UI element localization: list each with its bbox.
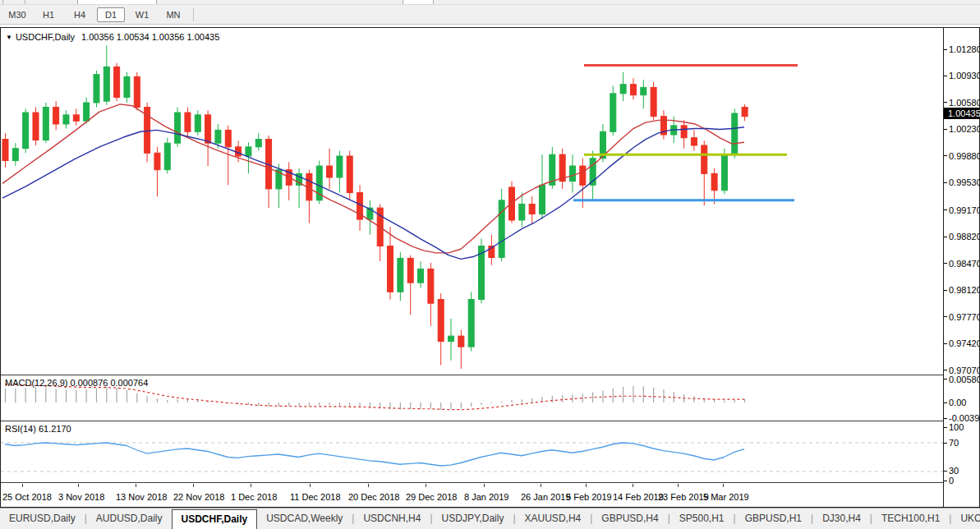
candle-down — [134, 76, 140, 107]
symbol-label: USDCHF,Daily — [16, 32, 75, 42]
chart-tab-gbpusd-h4[interactable]: GBPUSD,H4 — [592, 508, 667, 529]
candle-up — [499, 200, 504, 258]
candle-down — [742, 108, 748, 117]
macd-label: MACD(12,26,9) 0.000876 0.000764 — [5, 378, 148, 388]
moving-average-slow — [2, 127, 744, 260]
macd-axis-label: 0.00 — [949, 398, 966, 407]
toolbar-separator — [2, 0, 3, 4]
price-axis-label: 0.98470 — [949, 259, 980, 269]
price-tick — [944, 290, 947, 291]
toolbar-separator — [25, 0, 25, 4]
timeframe-button-w1[interactable]: W1 — [128, 7, 156, 22]
price-axis-label: 1.00230 — [949, 124, 980, 134]
candle-down — [691, 138, 697, 145]
chart-tab-usdcnh-h4[interactable]: USDCNH,H4 — [354, 508, 430, 529]
price-axis-label: 0.98120 — [949, 285, 980, 295]
price-tick — [944, 343, 947, 344]
date-label: 26 Jan 2019 — [521, 492, 571, 502]
rsi-chart[interactable] — [1, 422, 943, 483]
candle-down — [651, 87, 656, 116]
macd-pane[interactable]: MACD(12,26,9) 0.000876 0.000764 — [1, 376, 943, 421]
candle-down — [681, 126, 687, 138]
price-axis-label: 1.00580 — [949, 98, 980, 108]
collapse-triangle-icon[interactable]: ▼ — [6, 34, 12, 41]
chart-tab-sp500-h1[interactable]: SP500,H1 — [670, 508, 734, 529]
date-tick — [426, 484, 426, 487]
rsi-axis-label: 100 — [949, 422, 964, 432]
price-tick — [944, 209, 947, 210]
date-tick — [22, 484, 23, 487]
candle-up — [610, 94, 616, 131]
date-label: 14 Feb 2019 — [613, 492, 664, 502]
candle-up — [641, 87, 646, 94]
candle-up — [519, 204, 525, 219]
timeframe-button-h1[interactable]: H1 — [35, 7, 62, 22]
chart-tab-ukc[interactable]: UKC — [951, 508, 980, 529]
candle-up — [104, 67, 109, 101]
candlestick-chart[interactable] — [1, 28, 943, 375]
candle-down — [702, 145, 707, 173]
mt4-window: M30H1H4D1W1MN ▼USDCHF,Daily1.00356 1.005… — [0, 0, 980, 529]
rsi-name: RSI(14) — [5, 424, 36, 434]
date-tick — [541, 484, 541, 487]
candle-up — [94, 75, 99, 103]
timeframe-button-h4[interactable]: H4 — [66, 7, 94, 22]
candle-down — [438, 300, 444, 342]
price-tick — [944, 182, 947, 183]
price-axis-label: 0.98820 — [949, 232, 980, 242]
rsi-axis-tick — [944, 443, 947, 444]
candle-up — [732, 113, 738, 154]
candle-up — [175, 113, 181, 143]
timeframe-button-mn[interactable]: MN — [159, 7, 187, 22]
date-label: 29 Dec 2018 — [406, 492, 457, 502]
candle-up — [43, 108, 48, 140]
rsi-label: RSI(14) 61.2170 — [5, 424, 71, 434]
date-tick — [586, 484, 587, 487]
rsi-value: 61.2170 — [39, 424, 71, 434]
candle-down — [580, 166, 586, 185]
price-tick — [944, 263, 947, 264]
rsi-axis-tick — [944, 481, 947, 481]
date-tick — [633, 484, 633, 487]
price-axis-label: 1.00930 — [949, 71, 980, 80]
candle-up — [620, 85, 626, 94]
candle-down — [327, 166, 333, 177]
price-tick — [944, 76, 947, 76]
date-tick — [251, 484, 251, 487]
candle-down — [428, 269, 434, 303]
candle-up — [12, 149, 18, 161]
macd-values: 0.000876 0.000764 — [70, 378, 148, 388]
candle-down — [711, 173, 717, 190]
date-label: 5 Feb 2019 — [566, 492, 612, 502]
rsi-line — [5, 443, 744, 466]
candle-down — [185, 113, 191, 131]
candle-down — [205, 115, 211, 143]
date-label: 5 Mar 2019 — [703, 492, 749, 502]
price-axis-label: 0.97770 — [949, 312, 980, 322]
chart-tab-usdcad-weekly[interactable]: USDCAD,Weekly — [257, 508, 352, 529]
chart-tab-bar: EURUSD,Daily|AUDUSD,DailyUSDCHF,DailyUSD… — [0, 508, 980, 529]
macd-axis-label: 0.0058025 — [949, 375, 980, 384]
timeframe-button-d1[interactable]: D1 — [97, 7, 125, 22]
chart-tab-usdjpy-daily[interactable]: USDJPY,Daily — [433, 508, 513, 529]
chart-tab-tech100-h1[interactable]: TECH100,H1 — [872, 508, 949, 529]
chart-tab-audusd-daily[interactable]: AUDUSD,Daily — [87, 508, 172, 529]
main-chart-pane[interactable]: ▼USDCHF,Daily1.00356 1.00534 1.00356 1.0… — [1, 28, 943, 375]
chart-tab-usdchf-daily[interactable]: USDCHF,Daily — [172, 509, 258, 529]
price-tick — [944, 155, 947, 156]
chart-tab-gbpusd-h1[interactable]: GBPUSD,H1 — [736, 508, 811, 529]
chart-tab-eurusd-daily[interactable]: EURUSD,Daily — [0, 508, 85, 529]
toolbar-separator — [193, 8, 194, 21]
date-axis[interactable]: 25 Oct 20183 Nov 201813 Nov 201822 Nov 2… — [1, 484, 943, 507]
timeframe-button-m30[interactable]: M30 — [3, 7, 31, 22]
chart-tab-xauusd-h4[interactable]: XAUUSD,H4 — [516, 508, 591, 529]
candle-up — [195, 115, 200, 131]
chart-tab-dj30-h4[interactable]: DJ30,H4 — [813, 508, 870, 529]
date-tick — [193, 484, 194, 487]
price-tick — [944, 49, 947, 50]
macd-axis-tick — [944, 402, 947, 403]
price-tick — [944, 237, 947, 237]
date-label: 20 Dec 2018 — [348, 492, 399, 502]
price-axis[interactable]: 1.012801.009301.005801.002300.998800.995… — [943, 28, 979, 507]
rsi-pane[interactable]: RSI(14) 61.2170 — [1, 422, 943, 483]
